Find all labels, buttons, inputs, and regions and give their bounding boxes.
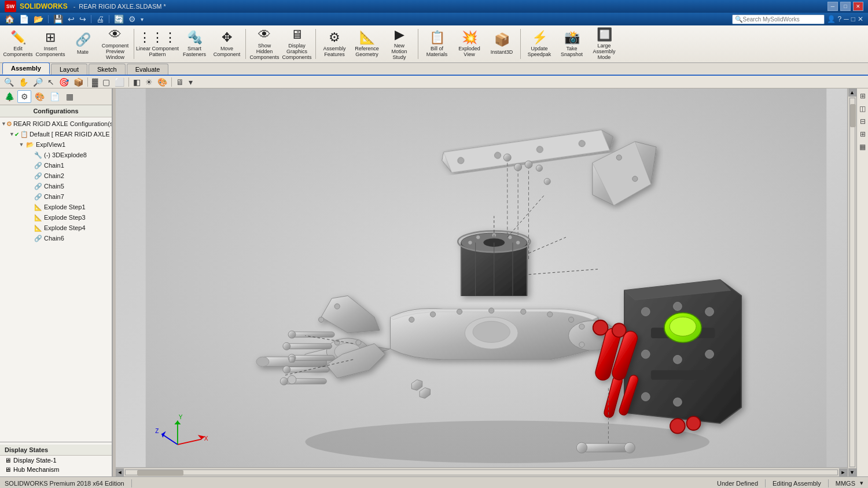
move-component-button[interactable]: ✥ Move Component (211, 28, 242, 60)
restore-button[interactable]: □ (840, 2, 851, 11)
scroll-left[interactable]: ◄ (116, 468, 124, 476)
restore-icon[interactable]: □ (851, 15, 855, 23)
qa-save[interactable]: 💾 (52, 14, 64, 24)
scroll-thumb-h[interactable] (137, 470, 183, 476)
view-ambient-icon[interactable]: ☀ (144, 77, 155, 87)
tree-item-root[interactable]: ▼ ⚙ REAR RIGID AXLE Configuration(s) (0, 119, 112, 129)
insert-components-button[interactable]: ⊞ Insert Components (35, 28, 66, 60)
tab-assembly[interactable]: Assembly (2, 62, 50, 75)
view-edges-icon[interactable]: ⬜ (113, 77, 126, 87)
sidebar-config-tab[interactable]: ⚙ (17, 90, 31, 103)
display-state-1[interactable]: 🖥 Display State-1 (0, 456, 112, 465)
view-box-icon[interactable]: 📦 (72, 77, 85, 87)
qa-new[interactable]: 📄 (18, 14, 30, 24)
horizontal-scrollbar[interactable]: ◄ ► (116, 467, 847, 476)
view-3d-icon[interactable]: 🎯 (57, 77, 71, 87)
tree-item-chain6[interactable]: 🔗 Chain6 (0, 233, 112, 243)
sidebar-more-tab[interactable]: ▦ (62, 90, 76, 103)
display-graphics-button[interactable]: 🖥 Display Graphics Components (281, 26, 312, 62)
tree-item-chain5[interactable]: 🔗 Chain5 (0, 181, 112, 191)
view-wireframe-icon[interactable]: ▢ (101, 77, 112, 87)
sidebar-layers-tab[interactable]: 📄 (47, 90, 61, 103)
view-zoom-icon[interactable]: 🔎 (31, 77, 45, 87)
mate-button[interactable]: 🔗 Mate (67, 28, 98, 60)
display-state-hub[interactable]: 🖥 Hub Mechanism (0, 465, 112, 474)
right-panel-btn1[interactable]: ⊞ (858, 91, 868, 101)
svg-rect-91 (582, 443, 630, 452)
linear-pattern-button[interactable]: ⋮⋮⋮ Linear Component Pattern (137, 28, 178, 60)
edit-components-button[interactable]: ✏️ Edit Components (2, 28, 34, 60)
search-input[interactable] (743, 16, 812, 23)
view-section-icon[interactable]: ◧ (131, 77, 142, 87)
right-panel-btn2[interactable]: ◫ (858, 103, 868, 114)
qa-home[interactable]: 🏠 (3, 14, 16, 24)
scroll-down[interactable]: ▼ (848, 468, 856, 476)
close-button[interactable]: ✕ (853, 2, 863, 11)
right-panel-btn5[interactable]: ▦ (858, 142, 868, 152)
qa-undo[interactable]: ↩ (67, 14, 76, 24)
vertical-scrollbar[interactable]: ▲ ▼ (847, 88, 856, 476)
right-panel-btn3[interactable]: ⊟ (858, 116, 868, 127)
close-icon[interactable]: ✕ (858, 15, 863, 23)
exploded-view-button[interactable]: 💥 Exploded View (454, 28, 485, 60)
view-rotate-icon[interactable]: 🔍 (2, 77, 16, 87)
expand-explview1[interactable]: ▼ (17, 142, 25, 147)
view-select-icon[interactable]: ↖ (46, 77, 56, 87)
scroll-right[interactable]: ► (839, 468, 847, 476)
tree-item-chain1[interactable]: 🔗 Chain1 (0, 160, 112, 171)
minimize-button[interactable]: ─ (827, 2, 838, 11)
view-pan-icon[interactable]: ✋ (17, 77, 30, 87)
user-icon[interactable]: 👤 (827, 15, 836, 23)
tree-item-explode-step4[interactable]: 📐 Explode Step4 (0, 223, 112, 233)
qa-open[interactable]: 📂 (32, 14, 45, 24)
bill-of-materials-button[interactable]: 📋 Bill of Materials (421, 28, 453, 60)
right-panel-btn4[interactable]: ⊞ (858, 129, 868, 139)
view-more-icon[interactable]: ▾ (187, 77, 194, 87)
qa-rebuild[interactable]: 🔄 (113, 14, 125, 24)
svg-point-18 (536, 165, 542, 171)
qa-options[interactable]: ⚙ (127, 14, 137, 24)
instant3d-button[interactable]: 📦 Instant3D (486, 28, 517, 60)
assembly-features-button[interactable]: ⚙ Assembly Features (319, 28, 350, 60)
tab-evaluate[interactable]: Evaluate (127, 64, 169, 75)
component-preview-button[interactable]: 👁 Component Preview Window (100, 26, 131, 62)
reference-geometry-button[interactable]: 📐 Reference Geometry (351, 28, 382, 60)
tree-item-chain2[interactable]: 🔗 Chain2 (0, 171, 112, 181)
tab-layout[interactable]: Layout (51, 64, 87, 75)
scroll-track-h[interactable] (125, 469, 838, 475)
scroll-up[interactable]: ▲ (848, 88, 856, 97)
edit-components-icon: ✏️ (10, 30, 26, 45)
tab-sketch[interactable]: Sketch (89, 64, 126, 75)
qa-redo[interactable]: ↪ (78, 14, 87, 24)
minimize-icon[interactable]: ─ (844, 15, 849, 23)
expand-default[interactable]: ▼ (9, 131, 14, 137)
qa-dropdown[interactable]: ▾ (139, 16, 145, 23)
update-speedpak-button[interactable]: ⚡ Update Speedpak (524, 28, 555, 60)
chain1-label: Chain1 (44, 162, 64, 169)
help-icon[interactable]: ? (838, 15, 842, 23)
scroll-track-v[interactable] (849, 98, 855, 467)
smart-fasteners-button[interactable]: 🔩 Smart Fasteners (179, 28, 210, 60)
view-display-icon[interactable]: 🖥 (174, 77, 186, 87)
sidebar-tree-tab[interactable]: 🌲 (2, 90, 16, 103)
svg-point-60 (288, 331, 296, 338)
viewport[interactable]: X Y Z ▲ ▼ ◄ ► (116, 88, 856, 476)
search-box[interactable]: 🔍 (732, 14, 825, 24)
tree-item-explode-step3[interactable]: 📐 Explode Step3 (0, 212, 112, 223)
qa-print[interactable]: 🖨 (95, 14, 105, 24)
tree-item-chain7[interactable]: 🔗 Chain7 (0, 191, 112, 202)
tree-item-explview1[interactable]: ▼ 📂 ExplView1 (0, 139, 112, 150)
new-motion-study-button[interactable]: ▶ New Motion Study (384, 26, 415, 62)
sidebar-display-tab[interactable]: 🎨 (32, 90, 46, 103)
take-snapshot-button[interactable]: 📸 Take Snapshot (556, 28, 587, 60)
status-units-dropdown[interactable]: ▾ (860, 479, 863, 487)
scroll-thumb-v[interactable] (850, 104, 856, 127)
tree-item-default[interactable]: ▼ ✔ 📋 Default [ REAR RIGID AXLE ] (0, 129, 112, 139)
expand-root[interactable]: ▼ (1, 121, 6, 127)
tree-item-explode-step1[interactable]: 📐 Explode Step1 (0, 202, 112, 212)
view-shaded-icon[interactable]: ▓ (90, 77, 100, 87)
show-hidden-button[interactable]: 👁 Show Hidden Components (249, 26, 280, 62)
tree-item-3dexplode8[interactable]: 🔧 (-) 3DExplode8 (0, 150, 112, 160)
view-colorscheme-icon[interactable]: 🎨 (156, 77, 169, 87)
large-assembly-mode-button[interactable]: 🔲 Large Assembly Mode (589, 26, 620, 62)
